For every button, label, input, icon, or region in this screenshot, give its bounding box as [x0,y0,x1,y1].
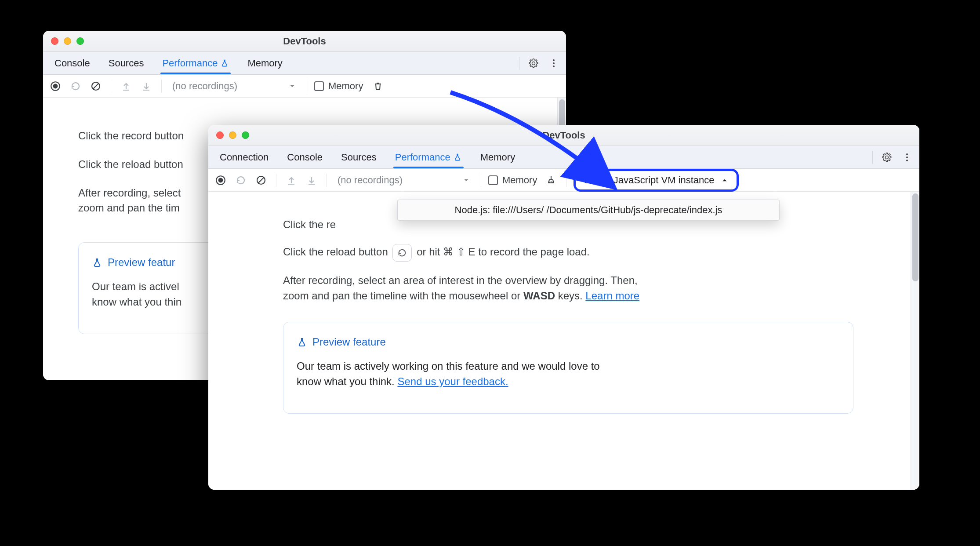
shortcut-keys: ⌘ ⇧ E [443,246,475,258]
tab-connection[interactable]: Connection [212,146,276,168]
performance-content: Node.js: file:///Users/ /Documents/GitHu… [208,192,919,490]
chevron-up-icon [721,176,729,184]
tab-console[interactable]: Console [47,52,98,74]
flask-icon [453,153,462,162]
reload-record-button[interactable] [68,78,83,94]
clear-button[interactable] [253,172,269,188]
tab-label: Performance [162,58,218,69]
tab-label: Performance [395,152,450,163]
recordings-dropdown[interactable]: (no recordings) [169,80,300,92]
garbage-collect-button[interactable] [370,78,386,94]
devtools-window-front: DevTools Connection Console Sources Perf… [208,125,919,490]
hint-after-line2: zoom and pan the tim [78,202,180,214]
learn-more-link[interactable]: Learn more [585,290,639,302]
close-icon[interactable] [216,131,224,139]
record-button[interactable] [213,172,229,188]
tab-console[interactable]: Console [279,146,330,168]
feedback-link[interactable]: Send us your feedback. [397,375,508,387]
window-title: DevTools [43,36,566,47]
preview-body-line1: Our team is actively working on this fea… [297,360,600,372]
hint-reload: Click the reload button or hit ⌘ ⇧ E to … [283,244,853,262]
settings-button[interactable] [525,55,542,72]
flask-icon [297,337,307,348]
preview-title-text: Preview featur [108,255,175,270]
vm-instance-select[interactable]: Select JavaScript VM instance [573,169,738,192]
zoom-icon[interactable] [242,131,249,139]
kebab-menu-button[interactable] [898,149,916,166]
performance-toolbar: (no recordings) Memory Select JavaScript… [208,169,919,192]
tab-sources[interactable]: Sources [101,52,152,74]
upload-button[interactable] [118,78,134,94]
tab-performance[interactable]: Performance [154,52,237,74]
reload-icon [392,244,412,262]
vm-select-label: Select JavaScript VM instance [584,175,714,186]
settings-button[interactable] [878,149,896,166]
memory-checkbox-label: Memory [328,80,363,92]
hint-after: After recording, select an area of inter… [283,273,853,304]
flask-icon [92,258,102,268]
minimize-icon[interactable] [64,37,71,45]
close-icon[interactable] [51,37,58,45]
performance-toolbar: (no recordings) Memory [43,75,566,98]
memory-checkbox[interactable] [314,81,324,91]
panel-tabs: Connection Console Sources Performance M… [208,146,919,169]
record-button[interactable] [47,78,63,94]
preview-title-text: Preview feature [312,335,386,350]
panel-tabs: Console Sources Performance Memory [43,52,566,75]
chevron-down-icon [288,82,296,90]
titlebar[interactable]: DevTools [208,125,919,146]
zoom-icon[interactable] [76,37,84,45]
reload-record-button[interactable] [233,172,249,188]
collect-garbage-button[interactable] [543,172,559,188]
preview-feature-card: Preview feature Our team is actively wor… [283,322,853,413]
recordings-label: (no recordings) [172,80,237,92]
download-button[interactable] [138,78,154,94]
window-title: DevTools [208,130,919,141]
tab-performance[interactable]: Performance [387,146,470,168]
hint-after-line1: After recording, select [78,187,181,199]
preview-body-line1: Our team is activel [92,280,179,292]
chevron-down-icon [462,176,470,184]
download-button[interactable] [304,172,319,188]
tab-memory[interactable]: Memory [240,52,290,74]
preview-body-line2: know what you think. [297,375,397,387]
tab-sources[interactable]: Sources [333,146,385,168]
kebab-menu-button[interactable] [545,55,563,72]
clear-button[interactable] [88,78,104,94]
flask-icon [220,59,229,68]
wasd-text: WASD [523,290,555,302]
titlebar[interactable]: DevTools [43,31,566,52]
tab-memory[interactable]: Memory [472,146,523,168]
memory-checkbox-label: Memory [502,175,537,186]
preview-body-line2: know what you thin [92,296,181,308]
upload-button[interactable] [283,172,299,188]
minimize-icon[interactable] [229,131,236,139]
recordings-label: (no recordings) [338,175,403,186]
recordings-dropdown[interactable]: (no recordings) [334,175,474,186]
hint-record: Click the re [283,217,853,233]
memory-checkbox[interactable] [488,175,498,185]
